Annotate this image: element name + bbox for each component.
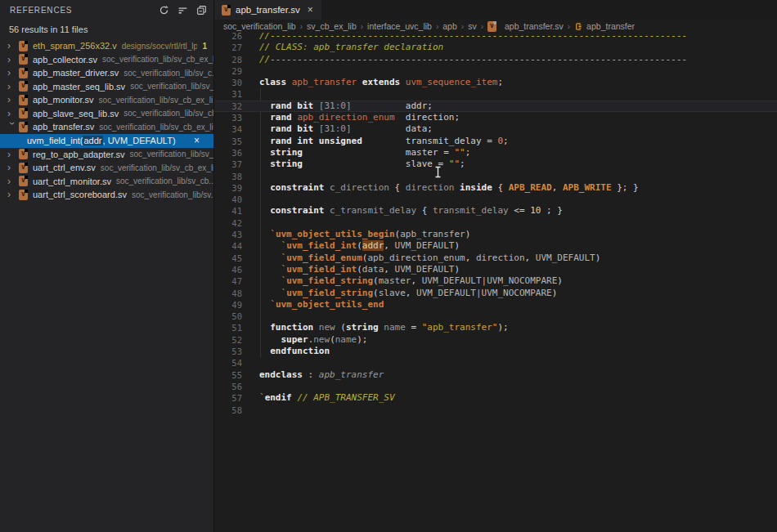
breadcrumb-item[interactable]: apb [442, 21, 457, 31]
code-token: , [552, 182, 563, 193]
code-line: 29 [214, 65, 777, 77]
code-line-text[interactable]: `uvm_field_int(addr, UVM_DEFAULT) [242, 240, 777, 252]
file-row[interactable]: ›apb_master_seq_lib.svsoc_verification_l… [0, 80, 213, 94]
code-token: uvm_object_utils_end [276, 299, 384, 310]
code-line-text[interactable] [242, 88, 777, 100]
code-line-text[interactable]: function new (string name = "apb_transfe… [242, 322, 777, 333]
breadcrumb-item[interactable]: sv [468, 21, 477, 31]
code-line-text[interactable] [242, 357, 777, 369]
code-line-text[interactable] [242, 194, 777, 205]
code-line-text[interactable]: rand int unsigned transmit_delay = 0; [242, 136, 777, 147]
code-line-text[interactable]: `uvm_field_string(master, UVM_DEFAULT|UV… [242, 275, 777, 287]
line-number: 54 [214, 357, 242, 369]
code-line-text[interactable] [242, 405, 777, 416]
file-row[interactable]: ›apb_monitor.svsoc_verification_lib/sv_c… [0, 93, 213, 107]
file-row[interactable]: ›apb_transfer.svsoc_verification_lib/sv_… [0, 120, 213, 134]
chevron-right-icon[interactable]: › [7, 107, 19, 120]
chevron-right-icon[interactable]: › [7, 39, 19, 52]
code-line-text[interactable]: constraint c_direction { direction insid… [242, 182, 777, 194]
file-row[interactable]: ›uart_ctrl_scoreboard.svsoc_verification… [0, 188, 213, 202]
code-line: 40 [214, 194, 777, 205]
code-line-text[interactable]: rand bit [31:0] data; [242, 123, 777, 135]
code-line-text[interactable]: class apb_transfer extends uvm_sequence_… [242, 77, 777, 88]
code-token: , [406, 288, 416, 298]
code-line-text[interactable]: //--------------------------------------… [242, 33, 777, 42]
code-token: { [492, 182, 509, 193]
file-row[interactable]: ›apb_collector.svsoc_verification_lib/sv… [0, 53, 213, 67]
references-header: REFERENCES [0, 0, 213, 18]
dismiss-result-icon[interactable]: × [194, 134, 200, 148]
file-row[interactable]: ›reg_to_apb_adapter.svsoc_verification_l… [0, 148, 213, 162]
vscode-window: REFERENCES 56 results in 11 files ›eth_s… [0, 0, 777, 532]
chevron-right-icon[interactable]: › [7, 148, 19, 161]
line-number: 29 [214, 65, 242, 77]
code-line: 46 `uvm_field_int(data, UVM_DEFAULT) [214, 264, 777, 275]
code-token [259, 334, 281, 345]
breadcrumb-item[interactable]: sv_cb_ex_lib [307, 21, 357, 31]
code-line-text[interactable]: //--------------------------------------… [242, 54, 777, 65]
collapse-all-icon[interactable] [196, 5, 207, 16]
breadcrumb-item[interactable]: apb_transfer.sv [487, 21, 564, 32]
chevron-right-icon[interactable]: › [7, 80, 19, 93]
file-row[interactable]: ›uart_ctrl_env.svsoc_verification_lib/sv… [0, 161, 213, 175]
breadcrumb-item[interactable]: interface_uvc_lib [367, 21, 432, 31]
chevron-right-icon[interactable]: › [7, 66, 19, 79]
code-token: rand bit [270, 101, 313, 111]
line-number: 38 [214, 171, 242, 182]
code-token: ; [460, 159, 465, 169]
code-line-text[interactable]: `uvm_field_enum(apb_direction_enum, dire… [242, 253, 777, 264]
code-editor[interactable]: 26//------------------------------------… [214, 33, 777, 532]
verilog-file-icon [19, 108, 28, 118]
chevron-right-icon[interactable]: › [7, 93, 19, 106]
file-row[interactable]: ›apb_slave_seq_lib.svsoc_verification_li… [0, 107, 213, 121]
code-line-text[interactable]: `uvm_object_utils_begin(apb_transfer) [242, 229, 777, 240]
code-line-text[interactable]: `uvm_object_utils_end [242, 299, 777, 311]
code-line-text[interactable] [242, 217, 777, 229]
code-line-text[interactable]: // CLASS: apb_transfer declaration [242, 42, 777, 53]
code-line: 35 rand int unsigned transmit_delay = 0; [214, 136, 777, 147]
code-line-text[interactable]: super.new(name); [242, 334, 777, 346]
code-line-text[interactable]: rand apb_direction_enum direction; [242, 112, 777, 123]
code-line-text[interactable]: endfunction [242, 346, 777, 357]
code-line: 52 super.new(name); [214, 334, 777, 346]
class-symbol-icon [574, 22, 583, 31]
chevron-right-icon[interactable]: › [7, 53, 19, 66]
breadcrumb-item[interactable]: apb_transfer [574, 21, 635, 31]
code-line: 56 [214, 381, 777, 392]
file-row[interactable]: ›eth_spram_256x32.vdesigns/socv/rtl/rtl_… [0, 39, 213, 53]
code-line-text[interactable]: constraint c_transmit_delay { transmit_d… [242, 205, 777, 217]
clear-results-icon[interactable] [177, 5, 188, 16]
code-token: [31:0] [319, 123, 352, 134]
code-line-text[interactable] [242, 171, 777, 182]
code-line-text[interactable]: `uvm_field_int(data, UVM_DEFAULT) [242, 264, 777, 275]
breadcrumb-label: apb [442, 21, 457, 31]
code-token [259, 275, 281, 286]
tab-apb-transfer[interactable]: apb_transfer.sv × [214, 0, 321, 20]
file-row[interactable]: ›apb_master_driver.svsoc_verification_li… [0, 66, 213, 80]
code-token: new [319, 322, 335, 333]
code-line-text[interactable]: string master = ""; [242, 147, 777, 159]
chevron-down-icon[interactable]: › [6, 122, 19, 133]
code-line-text[interactable] [242, 311, 777, 322]
chevron-right-icon[interactable]: › [7, 161, 19, 174]
breadcrumb-item[interactable]: soc_verification_lib [223, 21, 296, 31]
code-line-text[interactable] [242, 65, 777, 77]
code-line-text[interactable]: rand bit [31:0] addr; [242, 101, 777, 112]
breadcrumb-separator-icon: › [300, 22, 303, 31]
file-row[interactable]: ›uart_ctrl_monitor.svsoc_verification_li… [0, 175, 213, 189]
code-line-text[interactable] [242, 381, 777, 392]
code-line-text[interactable]: `endif // APB_TRANSFER_SV [242, 392, 777, 404]
code-line: 54 [214, 357, 777, 369]
code-token [259, 123, 270, 134]
code-token: endclass [259, 369, 303, 380]
chevron-right-icon[interactable]: › [7, 188, 19, 201]
chevron-right-icon[interactable]: › [7, 175, 19, 188]
code-line-text[interactable]: endclass : apb_transfer [242, 369, 777, 381]
code-line-text[interactable]: string slave = ""; [242, 159, 777, 170]
refresh-icon[interactable] [159, 5, 169, 16]
code-line-text[interactable]: `uvm_field_string(slave, UVM_DEFAULT|UVM… [242, 288, 777, 299]
code-token: : [303, 369, 319, 380]
code-token: ; [465, 147, 471, 158]
tab-close-icon[interactable]: × [308, 4, 313, 16]
reference-result-row[interactable]: uvm_field_int(addr, UVM_DEFAULT)× [0, 134, 213, 148]
